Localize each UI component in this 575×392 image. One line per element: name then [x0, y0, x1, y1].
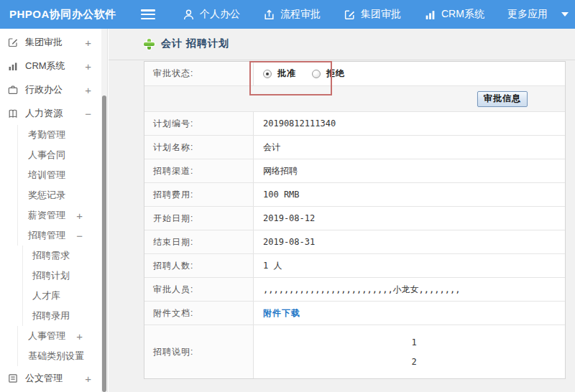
sidebar-item-label: 人事管理: [28, 330, 65, 342]
collapse-toggle: −: [76, 230, 83, 242]
sidebar-scrollbar-thumb[interactable]: [102, 95, 106, 392]
caret-down-icon: [561, 12, 569, 17]
description-line: 1: [411, 337, 416, 347]
table-row-headcount: 招聘人数: 1 人: [144, 254, 565, 278]
row-value: 2019-08-12: [254, 207, 565, 230]
briefcase-icon: [7, 84, 19, 95]
page-title: 会计 招聘计划: [144, 37, 229, 50]
sidebar-item-official-docs[interactable]: 公文管理 +: [0, 366, 107, 390]
sidebar-item-label: 招聘需求: [32, 249, 70, 262]
expand-toggle: +: [76, 210, 83, 222]
edit-square-icon: [344, 9, 356, 21]
sidebar-item-recruitment[interactable]: 招聘管理 −: [17, 225, 107, 246]
row-label: 招聘渠道:: [144, 159, 254, 182]
expand-toggle: +: [85, 83, 91, 95]
sidebar-item-recruit-demand[interactable]: 招聘需求: [22, 246, 107, 266]
row-label: 开始日期:: [144, 207, 254, 230]
table-row-recruit-cost: 招聘费用: 100 RMB: [144, 183, 565, 207]
sidebar-item-label: CRM系统: [25, 60, 65, 73]
row-label: 招聘说明:: [144, 325, 254, 378]
sidebar-item-label: 招聘计划: [32, 269, 70, 282]
row-label: 招聘费用:: [144, 183, 254, 206]
sidebar-item-label: 奖惩记录: [28, 189, 65, 202]
row-label: 招聘人数:: [144, 254, 254, 277]
row-label: 计划编号:: [144, 112, 254, 135]
nav-item-crm-system[interactable]: CRM系统: [424, 8, 484, 21]
table-row-end-date: 结束日期: 2019-08-31: [144, 230, 565, 254]
radio-reject-label[interactable]: 拒绝: [326, 67, 345, 80]
user-icon: [183, 9, 195, 21]
nav-item-label: 更多应用: [507, 8, 548, 21]
sidebar: 集团审批 + CRM系统 + 行政办公 + 人力资源 − 考勤管理: [0, 29, 108, 392]
sidebar-item-label: 招聘管理: [28, 229, 65, 242]
table-row-attachment: 附件文档: 附件下载: [144, 302, 565, 325]
sidebar-item-label: 公文管理: [25, 372, 63, 385]
table-row-approvers: 审批人员: ,,,,,,,,,,,,,,,,,,,,,,,,,小龙女,,,,,,…: [144, 278, 565, 302]
sidebar-item-rewards-records[interactable]: 奖惩记录: [17, 185, 107, 205]
sidebar-item-personnel-mgmt[interactable]: 人事管理 +: [17, 326, 107, 346]
row-value: 100 RMB: [254, 183, 565, 206]
row-value: 网络招聘: [254, 159, 565, 182]
sidebar-item-training[interactable]: 培训管理: [17, 165, 107, 185]
row-value: 2019-08-31: [254, 230, 565, 253]
sidebar-item-salary[interactable]: 薪资管理 +: [17, 205, 107, 225]
nav-item-label: 个人办公: [200, 8, 240, 21]
nav-item-more-apps[interactable]: 更多应用: [507, 8, 569, 21]
document-icon: [7, 373, 19, 384]
sidebar-item-attendance[interactable]: 考勤管理: [17, 125, 107, 145]
flow-icon: [263, 9, 275, 21]
attachment-download-link[interactable]: 附件下载: [263, 307, 300, 319]
radio-approve-label[interactable]: 批准: [277, 67, 296, 80]
sidebar-item-human-resources[interactable]: 人力资源 −: [0, 101, 107, 125]
sidebar-item-crm-system[interactable]: CRM系统 +: [0, 54, 107, 78]
edit-square-icon: [7, 37, 19, 48]
radio-reject[interactable]: [312, 70, 321, 78]
sidebar-item-hr-contract[interactable]: 人事合同: [17, 145, 107, 165]
expand-toggle: +: [85, 36, 91, 48]
nav-item-group-approval[interactable]: 集团审批: [344, 8, 401, 21]
sidebar-item-label: 行政办公: [25, 83, 63, 96]
nav-item-personal-office[interactable]: 个人办公: [183, 8, 240, 21]
sidebar-item-recruit-hiring[interactable]: 招聘录用: [22, 306, 107, 326]
page-title-text: 会计 招聘计划: [161, 37, 229, 50]
main-content: 会计 招聘计划 审批状态: 批准 拒绝 审批信息 计划编号: 201908121…: [109, 29, 575, 392]
sidebar-item-label: 集团审批: [25, 36, 63, 49]
sidebar-item-base-category-settings[interactable]: 基础类别设置 +: [17, 346, 107, 366]
hamburger-menu-icon[interactable]: [141, 9, 155, 19]
sidebar-item-label: 人才库: [32, 289, 60, 302]
radio-approve[interactable]: [263, 70, 272, 78]
sidebar-item-label: 薪资管理: [28, 209, 65, 222]
sidebar-item-group-approval[interactable]: 集团审批 +: [0, 30, 107, 54]
add-icon: [144, 39, 155, 50]
table-row-approval-button: 审批信息: [144, 86, 565, 112]
sidebar-item-label: 招聘录用: [32, 309, 70, 322]
sidebar-item-label: 人力资源: [25, 107, 63, 120]
book-icon: [7, 108, 19, 119]
approval-radio-group: 批准 拒绝: [263, 67, 355, 80]
table-row-recruit-description: 招聘说明: 1 2: [144, 325, 565, 378]
row-label: 审批状态:: [144, 62, 254, 85]
recruitment-plan-table: 审批状态: 批准 拒绝 审批信息 计划编号: 20190812111340 计划…: [144, 61, 566, 379]
expand-toggle: +: [76, 350, 83, 363]
row-value: ,,,,,,,,,,,,,,,,,,,,,,,,,小龙女,,,,,,,,: [254, 278, 565, 301]
row-label: 审批人员:: [144, 278, 254, 301]
sidebar-item-admin-office[interactable]: 行政办公 +: [0, 78, 107, 101]
expand-toggle: +: [76, 330, 83, 342]
row-label: 计划名称:: [144, 136, 254, 159]
table-row-recruit-channel: 招聘渠道: 网络招聘: [144, 159, 565, 183]
expand-toggle: +: [85, 372, 91, 384]
nav-item-label: 流程审批: [280, 8, 321, 21]
approval-info-button[interactable]: 审批信息: [477, 91, 528, 107]
table-row-approval-status: 审批状态: 批准 拒绝: [144, 62, 565, 86]
sidebar-item-label: 培训管理: [28, 169, 65, 182]
top-navbar: PHPOA协同办公软件 个人办公 流程审批 集团审批: [0, 0, 575, 29]
table-row-start-date: 开始日期: 2019-08-12: [144, 207, 565, 230]
bar-chart-icon: [424, 9, 436, 21]
sidebar-item-recruit-plan[interactable]: 招聘计划: [22, 266, 107, 286]
sidebar-item-talent-pool[interactable]: 人才库: [22, 286, 107, 306]
app-logo: PHPOA协同办公软件: [0, 8, 141, 22]
nav-item-label: CRM系统: [441, 8, 484, 21]
row-value: 1 人: [254, 254, 565, 277]
nav-item-workflow-approval[interactable]: 流程审批: [263, 8, 321, 21]
description-line: 2: [411, 357, 416, 367]
